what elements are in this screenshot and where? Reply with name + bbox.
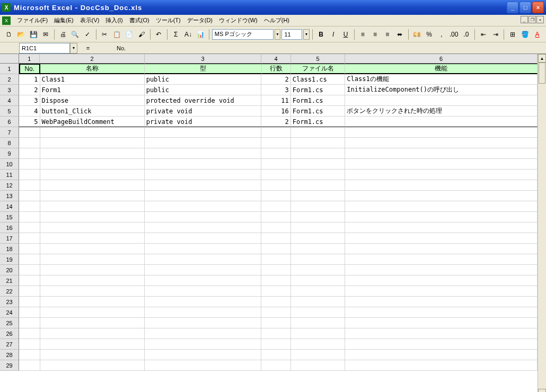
cell[interactable] xyxy=(19,212,40,222)
cell[interactable] xyxy=(261,170,290,180)
increase-decimal-icon[interactable]: .00 xyxy=(448,29,459,40)
cell[interactable]: Class1.cs xyxy=(291,74,346,85)
cell[interactable] xyxy=(40,286,145,297)
print-icon[interactable]: 🖨 xyxy=(57,29,68,40)
cell[interactable] xyxy=(19,286,40,297)
cell[interactable] xyxy=(345,350,538,360)
row-header[interactable]: 8 xyxy=(0,138,19,148)
cell[interactable]: 型 xyxy=(145,64,262,74)
cell[interactable] xyxy=(19,350,40,360)
cell[interactable]: Dispose xyxy=(40,95,145,106)
cell[interactable] xyxy=(145,170,262,180)
cell[interactable] xyxy=(261,350,290,360)
cell[interactable] xyxy=(291,233,346,244)
menu-view[interactable]: 表示(V) xyxy=(77,15,103,25)
merge-icon[interactable]: ⬌ xyxy=(394,29,405,40)
cell[interactable] xyxy=(19,222,40,233)
open-icon[interactable]: 📂 xyxy=(15,29,27,40)
row-header[interactable]: 4 xyxy=(0,95,19,106)
cell[interactable] xyxy=(40,297,145,307)
cell[interactable] xyxy=(19,170,40,180)
cell[interactable] xyxy=(145,360,262,371)
cell[interactable] xyxy=(291,244,346,254)
cell[interactable] xyxy=(145,297,262,307)
cut-icon[interactable]: ✂ xyxy=(99,29,110,40)
cell[interactable] xyxy=(40,360,145,371)
cell[interactable] xyxy=(261,127,290,138)
cell[interactable] xyxy=(145,307,262,318)
cell[interactable] xyxy=(291,254,346,265)
spell-icon[interactable]: ✓ xyxy=(82,29,93,40)
new-icon[interactable]: 🗋 xyxy=(3,29,14,40)
cell[interactable] xyxy=(261,265,290,275)
cell[interactable] xyxy=(40,159,145,170)
cell[interactable] xyxy=(19,159,40,170)
cell[interactable] xyxy=(145,339,262,350)
cell[interactable] xyxy=(145,233,262,244)
cell[interactable] xyxy=(261,275,290,286)
cell[interactable]: ファイル名 xyxy=(291,64,346,74)
cell[interactable] xyxy=(40,265,145,275)
column-header[interactable]: 2 xyxy=(40,54,144,64)
cell[interactable] xyxy=(19,265,40,275)
cell[interactable]: Form1.cs xyxy=(291,117,346,127)
paste-icon[interactable]: 📄 xyxy=(124,29,135,40)
cell[interactable]: Form1.cs xyxy=(291,106,346,117)
cell[interactable] xyxy=(291,307,346,318)
cell[interactable] xyxy=(19,244,40,254)
cell[interactable] xyxy=(145,275,262,286)
cell[interactable] xyxy=(145,328,262,339)
cell[interactable] xyxy=(261,360,290,371)
cell[interactable] xyxy=(19,275,40,286)
cell[interactable] xyxy=(291,265,346,275)
row-header[interactable]: 15 xyxy=(0,212,19,222)
cell[interactable] xyxy=(291,148,346,159)
cell[interactable] xyxy=(261,201,290,212)
row-header[interactable]: 17 xyxy=(0,233,19,244)
name-box[interactable]: R1C1 xyxy=(19,43,70,54)
cell[interactable]: Form1 xyxy=(40,85,145,95)
cell[interactable] xyxy=(291,191,346,201)
cell[interactable] xyxy=(145,159,262,170)
font-color-icon[interactable]: A xyxy=(532,29,543,40)
cell[interactable] xyxy=(145,148,262,159)
row-header[interactable]: 23 xyxy=(0,297,19,307)
font-selector[interactable]: MS Pゴシック xyxy=(212,29,274,40)
cell[interactable]: button1_Click xyxy=(40,106,145,117)
mail-icon[interactable]: ✉ xyxy=(40,29,51,40)
cell[interactable] xyxy=(40,138,145,148)
cell[interactable] xyxy=(261,254,290,265)
cell[interactable] xyxy=(345,254,538,265)
format-painter-icon[interactable]: 🖌 xyxy=(136,29,147,40)
select-all-corner[interactable] xyxy=(0,54,19,64)
scroll-down-icon[interactable]: ▼ xyxy=(538,389,546,392)
cell[interactable] xyxy=(19,318,40,328)
cell[interactable] xyxy=(291,170,346,180)
menu-tools[interactable]: ツール(T) xyxy=(153,15,184,25)
comma-icon[interactable]: , xyxy=(436,29,447,40)
row-header[interactable]: 21 xyxy=(0,275,19,286)
cell[interactable]: No. xyxy=(19,64,40,74)
increase-indent-icon[interactable]: ⇥ xyxy=(490,29,501,40)
cell[interactable] xyxy=(40,180,145,191)
cell[interactable]: 2 xyxy=(19,85,40,95)
cell[interactable] xyxy=(345,318,538,328)
cell[interactable]: 名称 xyxy=(40,64,145,74)
chart-icon[interactable]: 📊 xyxy=(195,29,206,40)
cell[interactable] xyxy=(345,159,538,170)
menu-insert[interactable]: 挿入(I) xyxy=(102,15,126,25)
borders-icon[interactable]: ⊞ xyxy=(507,29,518,40)
cell[interactable] xyxy=(40,254,145,265)
cell[interactable] xyxy=(291,339,346,350)
cell[interactable] xyxy=(261,180,290,191)
cell[interactable] xyxy=(261,212,290,222)
cell[interactable]: 2 xyxy=(261,117,290,127)
cell[interactable] xyxy=(345,127,538,138)
cell[interactable]: 機能 xyxy=(345,64,538,74)
column-header[interactable]: 3 xyxy=(145,54,262,64)
cell[interactable]: Form1.cs xyxy=(291,95,346,106)
cell[interactable]: 3 xyxy=(261,85,290,95)
cell[interactable] xyxy=(40,233,145,244)
bold-icon[interactable]: B xyxy=(315,29,327,40)
menu-format[interactable]: 書式(O) xyxy=(126,15,153,25)
